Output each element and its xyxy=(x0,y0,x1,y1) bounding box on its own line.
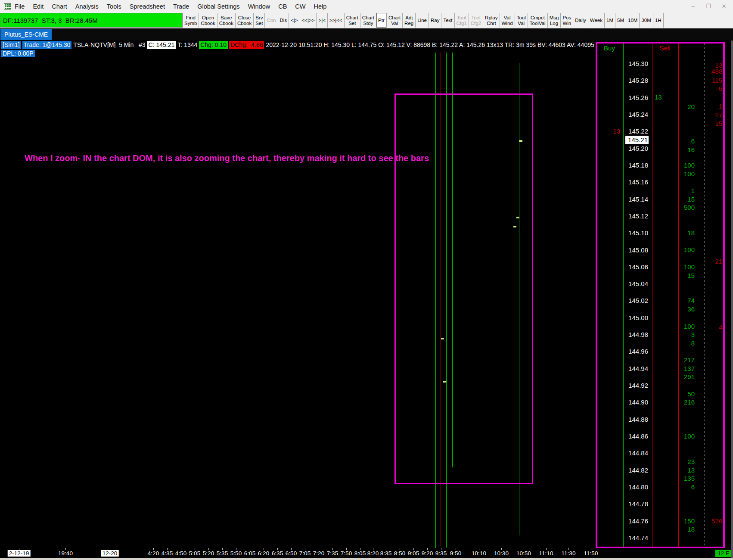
toolbar-button-opencbook[interactable]: OpenCbook xyxy=(199,13,217,28)
status-segment-1: Trade: 1@145.30 xyxy=(22,41,72,49)
window-controls: – ❐ ✕ xyxy=(687,2,730,10)
time-axis-label: 4:50 xyxy=(175,550,186,557)
toolbar: DF:1139737 ST:3, 3 BR:28.45M FindSymbOpe… xyxy=(0,13,733,28)
time-axis-tick xyxy=(427,548,428,550)
toolbar-button-chartval[interactable]: ChartVal xyxy=(387,13,403,28)
menu-window[interactable]: Window xyxy=(248,3,270,10)
time-axis-tick xyxy=(19,548,19,550)
menu-cb[interactable]: CB xyxy=(278,3,287,10)
toolbar-button-5m[interactable]: 5M xyxy=(615,13,626,28)
toolbar-button-con[interactable]: Con xyxy=(265,13,278,28)
menu-global-settings[interactable]: Global Settings xyxy=(197,3,239,10)
toolbar-button-week[interactable]: Week xyxy=(588,13,605,28)
toolbar-button-30m[interactable]: 30M xyxy=(640,13,653,28)
menu-help[interactable]: Help xyxy=(314,3,327,10)
time-axis-label: 6:20 xyxy=(258,550,269,557)
close-button[interactable]: ✕ xyxy=(718,2,730,10)
tab-plutus-es-cme[interactable]: Plutus_ES-CME xyxy=(0,29,52,40)
status-segment-4: T: 1344 xyxy=(177,41,198,49)
time-axis-label: 7:50 xyxy=(341,550,352,557)
time-axis-tick xyxy=(195,548,195,550)
time-axis-label: 9:20 xyxy=(422,550,433,557)
time-axis-tick xyxy=(250,548,250,550)
time-axis-label: 10:10 xyxy=(472,550,486,557)
toolbar-button-ray[interactable]: Ray xyxy=(429,13,441,28)
time-axis-tick xyxy=(360,548,360,550)
toolbar-button-[interactable]: <|> xyxy=(289,13,300,28)
time-axis-label: 9:50 xyxy=(450,550,461,557)
toolbar-button-cmpcttoolval[interactable]: CmpctToolVal xyxy=(528,13,548,28)
time-axis-label: 8:50 xyxy=(394,550,405,557)
toolbar-button-toolval[interactable]: ToolVal xyxy=(515,13,528,28)
menu-analysis[interactable]: Analysis xyxy=(75,3,99,10)
time-axis-tick xyxy=(400,548,400,550)
toolbar-button-ptr[interactable]: Ptr xyxy=(376,13,387,28)
time-axis-tick xyxy=(208,548,209,550)
toolbar-button-chartstdy[interactable]: ChartStdy xyxy=(360,13,376,28)
time-axis-label: 5:35 xyxy=(217,550,228,557)
status-segment-0: [Sim1] xyxy=(1,41,21,49)
time-axis-tick xyxy=(332,548,333,550)
time-axis-label: 8:05 xyxy=(354,550,366,557)
time-axis-tick xyxy=(305,548,305,550)
menu-cw[interactable]: CW xyxy=(295,3,305,10)
time-axis-label: 5:20 xyxy=(203,550,214,557)
toolbar-button-msglog[interactable]: MsgLog xyxy=(548,13,561,28)
status-segment-7: 2022-12-20 10:51:20 H: 145.30 L: 144.75 … xyxy=(265,41,594,49)
toolbar-button-line[interactable]: Line xyxy=(416,13,429,28)
toolbar-button-chartset[interactable]: ChartSet xyxy=(345,13,360,28)
toolbar-button-savecbook[interactable]: SaveCbook xyxy=(217,13,236,28)
time-axis-label: 4:35 xyxy=(162,550,173,557)
toolbar-button-closecbook[interactable]: CloseCbook xyxy=(236,13,254,28)
time-axis-label: 5:05 xyxy=(189,550,200,557)
toolbar-button-text[interactable]: Text xyxy=(441,13,454,28)
time-axis-label: 6:50 xyxy=(286,550,297,557)
toolbar-button-toolcfg1[interactable]: ToolCfg1 xyxy=(455,13,469,28)
toolbar-button-[interactable]: >>|<< xyxy=(328,13,345,28)
toolbar-button-adjreg[interactable]: AdjReg xyxy=(403,13,416,28)
time-axis-tick xyxy=(181,548,181,550)
menu-file[interactable]: File xyxy=(15,3,25,10)
minimize-button[interactable]: – xyxy=(687,2,699,10)
time-axis-label: 6:35 xyxy=(272,550,283,557)
time-axis-tick xyxy=(546,548,547,550)
time-axis-tick xyxy=(413,548,414,550)
toolbar-button-poswin[interactable]: PosWin xyxy=(561,13,573,28)
toolbar-button-rplaychrt[interactable]: RplayChrt xyxy=(483,13,500,28)
menu-spreadsheet[interactable]: Spreadsheet xyxy=(130,3,165,10)
time-axis-label: 9:05 xyxy=(408,550,419,557)
time-axis-tick xyxy=(65,548,66,550)
window-right-edge xyxy=(731,40,733,560)
time-axis-label: 8:20 xyxy=(367,550,379,557)
time-axis-label: 10:30 xyxy=(494,550,509,557)
toolbar-button-dis[interactable]: Dis xyxy=(278,13,289,28)
time-axis-tick xyxy=(110,548,110,550)
menu-bar: FileEditChartAnalysisToolsSpreadsheetTra… xyxy=(15,3,326,10)
time-axis-label: 11:50 xyxy=(584,550,598,557)
toolbar-button-[interactable]: <<|>> xyxy=(300,13,317,28)
menu-tools[interactable]: Tools xyxy=(107,3,121,10)
toolbar-button-[interactable]: >|< xyxy=(317,13,327,28)
toolbar-button-1m[interactable]: 1M xyxy=(605,13,615,28)
time-axis-label: 19:40 xyxy=(58,550,73,557)
user-annotation-text: When I zoom- IN the chart DOM, it is als… xyxy=(25,153,429,163)
time-axis-tick xyxy=(153,548,154,550)
toolbar-button-10m[interactable]: 10M xyxy=(626,13,640,28)
time-axis-tick xyxy=(346,548,347,550)
toolbar-button-valwind[interactable]: ValWind xyxy=(500,13,515,28)
toolbar-button-findsymb[interactable]: FindSymb xyxy=(183,13,199,28)
time-axis-tick xyxy=(167,548,168,550)
toolbar-button-srvset[interactable]: SrvSet xyxy=(254,13,265,28)
restore-button[interactable]: ❐ xyxy=(703,2,714,10)
time-axis-tick xyxy=(222,548,223,550)
toolbar-button-toolcfg2[interactable]: ToolCfg2 xyxy=(469,13,483,28)
menu-edit[interactable]: Edit xyxy=(33,3,43,10)
menu-chart[interactable]: Chart xyxy=(52,3,67,10)
time-axis-label: 5:50 xyxy=(230,550,242,557)
time-axis-label: 7:35 xyxy=(327,550,338,557)
menu-trade[interactable]: Trade xyxy=(173,3,189,10)
toolbar-button-daily[interactable]: Daily xyxy=(573,13,588,28)
chart-status-line: [Sim1]Trade: 1@145.30TSLA-NQTV[M] 5 Min … xyxy=(1,41,595,49)
toolbar-button-1h[interactable]: 1H xyxy=(653,13,664,28)
time-axis-label: 12-20 xyxy=(101,550,119,557)
